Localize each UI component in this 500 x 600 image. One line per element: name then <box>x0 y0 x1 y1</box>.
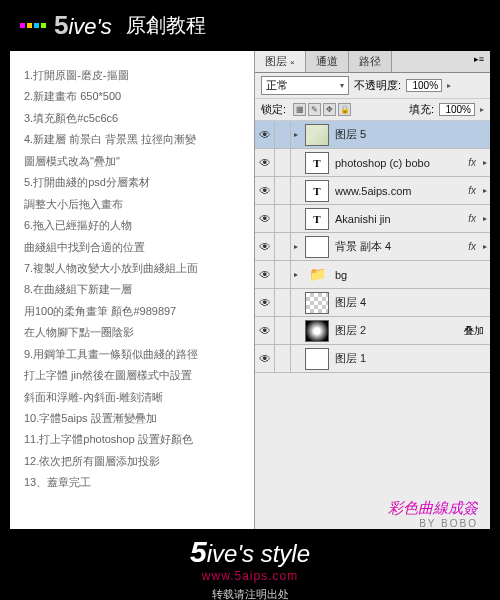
tab-paths[interactable]: 路径 <box>349 51 392 72</box>
layer-name: 图层 5 <box>333 127 490 142</box>
layers-panel: 图层 × 通道 路径 ▸≡ 正常▾ 不透明度: 100%▸ 锁定: ▦ ✎ ✥ … <box>254 51 490 529</box>
fx-icon[interactable]: fx <box>468 241 476 252</box>
step-line: 3.填充顏色#c5c6c6 <box>24 108 246 129</box>
opacity-arrow-icon[interactable]: ▸ <box>447 81 451 90</box>
layer-row[interactable]: 👁▸📁bg <box>255 261 490 289</box>
lock-pixels-icon[interactable]: ✎ <box>308 103 321 116</box>
step-line: 7.複製人物改變大小放到曲綫組上面 <box>24 258 246 279</box>
lock-all-icon[interactable]: 🔒 <box>338 103 351 116</box>
layer-row[interactable]: 👁图层 4 <box>255 289 490 317</box>
visibility-icon[interactable]: 👁 <box>255 205 275 232</box>
layer-row[interactable]: 👁Tphotoshop (c) bobofx▸ <box>255 149 490 177</box>
step-line: 10.字體5aips 設置漸變疊加 <box>24 408 246 429</box>
lock-position-icon[interactable]: ✥ <box>323 103 336 116</box>
layer-name: 背景 副本 4 <box>333 239 468 254</box>
layer-name: Akanishi jin <box>333 213 468 225</box>
visibility-icon[interactable]: 👁 <box>255 289 275 316</box>
fx-icon[interactable]: fx <box>468 185 476 196</box>
layer-row[interactable]: 👁图层 1 <box>255 345 490 373</box>
panel-tabs: 图层 × 通道 路径 ▸≡ <box>255 51 490 73</box>
step-line: 斜面和浮雕-內斜面-雕刻清晰 <box>24 387 246 408</box>
fill-label: 填充: <box>409 102 434 117</box>
step-line: 13、蓋章完工 <box>24 472 246 493</box>
step-line: 5.打開曲綫的psd分層素材 <box>24 172 246 193</box>
layer-row[interactable]: 👁Twww.5aips.comfx▸ <box>255 177 490 205</box>
fx-icon[interactable]: fx <box>468 213 476 224</box>
lock-row: 锁定: ▦ ✎ ✥ 🔒 填充: 100%▸ <box>255 99 490 121</box>
visibility-icon[interactable]: 👁 <box>255 261 275 288</box>
step-line: 打上字體 jin然後在圖層樣式中設置 <box>24 365 246 386</box>
visibility-icon[interactable]: 👁 <box>255 233 275 260</box>
step-line: 調整大小后拖入畫布 <box>24 194 246 215</box>
panel-menu-icon[interactable]: ▸≡ <box>468 51 490 72</box>
layer-name: 图层 1 <box>333 351 490 366</box>
step-line: 用100的柔角畫筆 顏色#989897 <box>24 301 246 322</box>
step-line: 11.打上字體photoshop 設置好顏色 <box>24 429 246 450</box>
step-line: 9.用鋼筆工具畫一條類似曲綫的路徑 <box>24 344 246 365</box>
layer-row[interactable]: 👁图层 2叠加 <box>255 317 490 345</box>
main: 1.打開原圖-磨皮-摳圖2.新建畫布 650*5003.填充顏色#c5c6c64… <box>10 51 490 529</box>
step-line: 12.依次把所有圖層添加投影 <box>24 451 246 472</box>
visibility-icon[interactable]: 👁 <box>255 317 275 344</box>
logo: 5ive's <box>54 10 112 41</box>
footer-note: 转载请注明出处 <box>0 587 500 600</box>
footer-url: www.5aips.com <box>0 569 500 583</box>
layer-name: photoshop (c) bobo <box>333 157 468 169</box>
step-line: 圖層模式改為"疊加" <box>24 151 246 172</box>
step-line: 在人物腳下點一圈陰影 <box>24 322 246 343</box>
page-title: 原創教程 <box>126 12 206 39</box>
tab-layers[interactable]: 图层 × <box>255 51 306 72</box>
credit: 彩色曲線成簽 BY BOBO <box>255 491 490 529</box>
lock-label: 锁定: <box>261 102 286 117</box>
layer-name: www.5aips.com <box>333 185 468 197</box>
step-line: 2.新建畫布 650*500 <box>24 86 246 107</box>
blend-mode-select[interactable]: 正常▾ <box>261 76 349 95</box>
layer-row[interactable]: 👁TAkanishi jinfx▸ <box>255 205 490 233</box>
step-line: 6.拖入已經摳好的人物 <box>24 215 246 236</box>
visibility-icon[interactable]: 👁 <box>255 345 275 372</box>
header: 5ive's 原創教程 <box>0 0 500 51</box>
lock-transparency-icon[interactable]: ▦ <box>293 103 306 116</box>
logo-dots <box>20 23 46 28</box>
layer-name: 图层 4 <box>333 295 490 310</box>
visibility-icon[interactable]: 👁 <box>255 177 275 204</box>
layer-row[interactable]: 👁▸背景 副本 4fx▸ <box>255 233 490 261</box>
tab-channels[interactable]: 通道 <box>306 51 349 72</box>
opacity-label: 不透明度: <box>354 78 401 93</box>
step-line: 4.新建層 前景白 背景黑 拉徑向漸變 <box>24 129 246 150</box>
footer: 5ive's style www.5aips.com 转载请注明出处 <box>0 529 500 600</box>
layer-row[interactable]: 👁▸图层 5 <box>255 121 490 149</box>
fill-input[interactable]: 100% <box>439 103 475 116</box>
visibility-icon[interactable]: 👁 <box>255 149 275 176</box>
fx-icon[interactable]: fx <box>468 157 476 168</box>
visibility-icon[interactable]: 👁 <box>255 121 275 148</box>
layer-list: 👁▸图层 5👁Tphotoshop (c) bobofx▸👁Twww.5aips… <box>255 121 490 491</box>
fill-arrow-icon[interactable]: ▸ <box>480 105 484 114</box>
layer-name: bg <box>333 269 490 281</box>
opacity-input[interactable]: 100% <box>406 79 442 92</box>
layer-name: 图层 2 <box>333 323 464 338</box>
step-line: 曲綫組中找到合適的位置 <box>24 237 246 258</box>
blend-row: 正常▾ 不透明度: 100%▸ <box>255 73 490 99</box>
tutorial-steps: 1.打開原圖-磨皮-摳圖2.新建畫布 650*5003.填充顏色#c5c6c64… <box>10 51 254 529</box>
step-line: 8.在曲綫組下新建一層 <box>24 279 246 300</box>
step-line: 1.打開原圖-磨皮-摳圖 <box>24 65 246 86</box>
